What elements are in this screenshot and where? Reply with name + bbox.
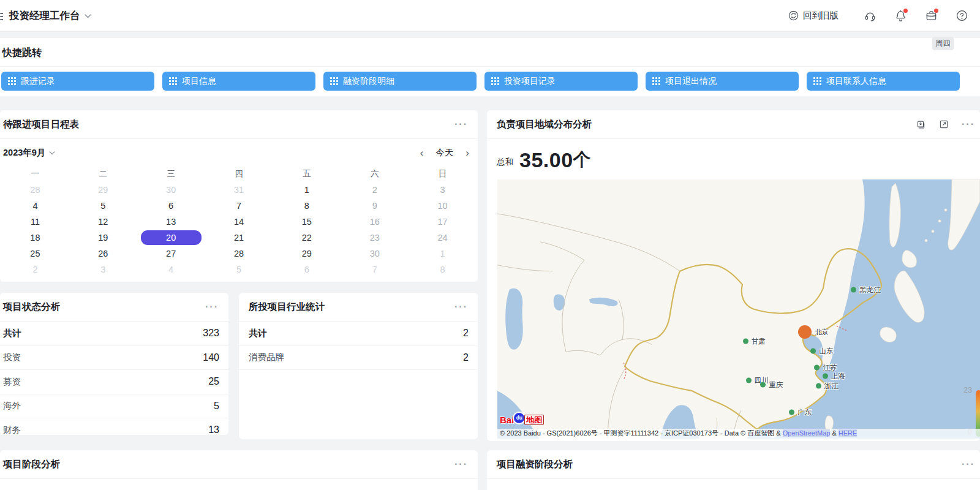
more-icon[interactable]: ···	[454, 302, 468, 312]
map-attribution: © 2023 Baidu - GS(2021)6026号 - 甲测资字11111…	[497, 429, 980, 439]
quick-jump-button[interactable]: 项目联系人信息	[807, 72, 960, 91]
stat-label: 财务	[3, 424, 21, 435]
quick-jump-button[interactable]: 项目退出情况	[646, 72, 799, 91]
calendar-day[interactable]: 9	[341, 198, 409, 214]
more-icon[interactable]: ···	[205, 302, 219, 312]
quick-jump-label: 项目联系人信息	[826, 76, 886, 87]
map-point-dot	[789, 410, 794, 415]
calendar-day[interactable]: 31	[205, 182, 273, 198]
calendar-day[interactable]: 30	[341, 246, 409, 262]
map-point-dot	[760, 382, 766, 388]
quick-jump-button[interactable]: 项目信息	[162, 72, 315, 91]
calendar-day[interactable]: 29	[69, 182, 137, 198]
calendar-day[interactable]: 29	[273, 246, 341, 262]
calendar-day[interactable]: 20	[137, 230, 205, 246]
calendar-day[interactable]: 8	[409, 262, 477, 277]
calendar-day[interactable]: 19	[69, 230, 137, 246]
weekday-header: 二	[69, 166, 137, 182]
menu-icon[interactable]	[0, 13, 3, 20]
calendar-day[interactable]: 7	[341, 262, 409, 277]
stat-label: 投资	[3, 352, 21, 363]
quick-jump-label: 融资阶段明细	[343, 76, 394, 87]
notifications-bell-icon[interactable]	[894, 9, 907, 23]
quick-jump-button[interactable]: 融资阶段明细	[323, 72, 477, 91]
page-title: 投资经理工作台	[9, 9, 80, 23]
open-in-new-icon[interactable]	[938, 119, 949, 130]
calendar-day[interactable]: 14	[205, 214, 273, 230]
map-point-label: 上海	[831, 372, 845, 381]
calendar-day[interactable]: 10	[409, 198, 477, 214]
calendar-day[interactable]: 28	[1, 182, 69, 198]
stat-value: 25	[208, 376, 219, 387]
export-icon[interactable]	[915, 119, 926, 130]
calendar-day[interactable]: 22	[273, 230, 341, 246]
more-icon[interactable]: ···	[962, 459, 975, 469]
today-button[interactable]: 今天	[435, 147, 453, 159]
topbar-actions: 回到旧版	[788, 9, 968, 23]
calendar-day[interactable]: 1	[273, 182, 341, 198]
calendar-day[interactable]: 16	[341, 214, 409, 230]
calendar-day[interactable]: 30	[137, 182, 205, 198]
calendar-day[interactable]: 18	[1, 230, 69, 246]
quick-jump-button[interactable]: 投资项目记录	[484, 72, 638, 91]
calendar-day[interactable]: 15	[273, 214, 341, 230]
quick-jump-section: 快捷跳转 周四 跟进记录 项目信息 融资阶段明细 投资项目记录	[0, 38, 980, 96]
calendar-day[interactable]: 7	[205, 198, 273, 214]
calendar-day[interactable]: 3	[409, 182, 477, 198]
card-title: 项目阶段分析	[3, 458, 60, 471]
map-point-dot	[814, 364, 820, 370]
grid-icon	[169, 77, 177, 85]
calendar-day[interactable]: 6	[273, 262, 341, 277]
calendar-day[interactable]: 2	[1, 262, 69, 277]
calendar-day[interactable]: 27	[137, 246, 205, 262]
map-point-label: 广东	[797, 408, 812, 417]
legend-max: 23	[963, 386, 972, 394]
calendar-day[interactable]: 24	[409, 230, 477, 246]
quick-jump-button[interactable]: 跟进记录	[1, 72, 154, 91]
more-icon[interactable]: ···	[454, 459, 468, 469]
calendar-day[interactable]: 1	[409, 246, 477, 262]
calendar-day[interactable]: 21	[205, 230, 273, 246]
total-label: 总和	[497, 157, 513, 168]
map-point: 上海	[823, 372, 845, 381]
next-month-button[interactable]: ›	[466, 148, 469, 158]
prev-month-button[interactable]: ‹	[420, 148, 424, 158]
calendar-day[interactable]: 25	[1, 246, 69, 262]
osm-link[interactable]: OpenStreetMap	[783, 429, 831, 437]
calendar-day[interactable]: 4	[1, 198, 69, 214]
map-point-label: 浙江	[824, 381, 839, 390]
calendar-day[interactable]: 13	[137, 214, 205, 230]
calendar-day[interactable]: 23	[341, 230, 409, 246]
stat-row: 消费品牌 2	[239, 346, 478, 371]
grid-icon	[652, 77, 660, 85]
calendar-day[interactable]: 28	[205, 246, 273, 262]
calendar-day[interactable]: 26	[69, 246, 137, 262]
calendar-day[interactable]: 11	[1, 214, 69, 230]
calendar-day[interactable]: 6	[137, 198, 205, 214]
calendar-day[interactable]: 5	[205, 262, 273, 277]
calendar-day[interactable]: 17	[409, 214, 477, 230]
calendar-day[interactable]: 12	[69, 214, 137, 230]
baidu-paw-icon: du	[513, 412, 526, 424]
more-icon[interactable]: ···	[454, 119, 468, 129]
here-link[interactable]: HERE	[839, 429, 858, 437]
stat-row: 募资 25	[0, 370, 228, 394]
calendar-day[interactable]: 3	[69, 262, 137, 277]
stat-row: 共计 323	[0, 322, 228, 346]
funding-stage-card: 项目融资阶段分析 ···	[487, 450, 980, 490]
month-selector[interactable]: 2023年9月	[3, 147, 55, 159]
calendar-day[interactable]: 8	[273, 198, 341, 214]
grid-icon	[813, 77, 821, 85]
card-title: 负责项目地域分布分析	[497, 118, 592, 131]
calendar-day[interactable]: 4	[137, 262, 205, 277]
calendar-day[interactable]: 2	[341, 182, 409, 198]
map-point-label: 黑龙江	[859, 285, 881, 294]
workspace-switcher[interactable]: 投资经理工作台	[9, 9, 91, 23]
back-to-old-version-button[interactable]: 回到旧版	[788, 10, 839, 21]
baidu-map[interactable]: 黑龙江 北京 甘肃 山东 江苏 上海 四川 重庆 浙江 广东 23 0 Bai …	[497, 179, 980, 439]
calendar-day[interactable]: 5	[69, 198, 137, 214]
more-icon[interactable]: ···	[962, 119, 975, 129]
support-headset-icon[interactable]	[863, 9, 876, 23]
workbench-briefcase-icon[interactable]	[924, 9, 938, 23]
help-icon[interactable]	[955, 9, 968, 23]
